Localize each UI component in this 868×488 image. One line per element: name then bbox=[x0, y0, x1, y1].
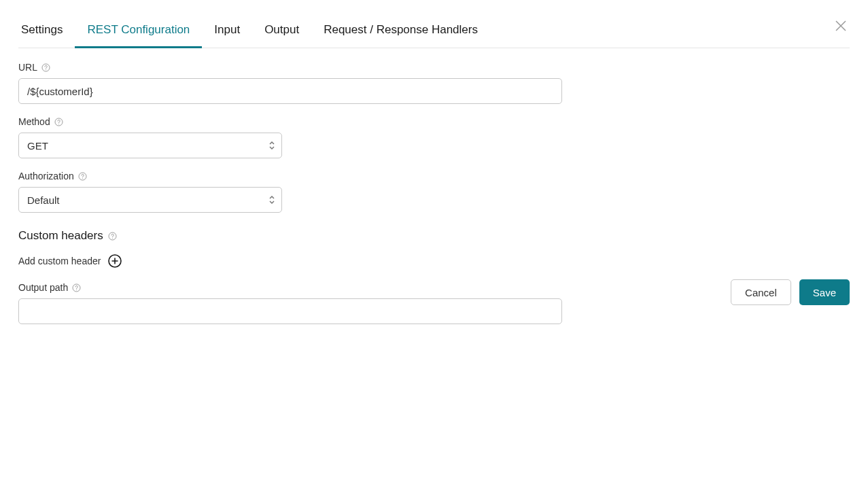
svg-point-7 bbox=[112, 238, 113, 239]
form-area: URL Method GET bbox=[18, 48, 850, 324]
method-field-group: Method GET bbox=[18, 116, 850, 158]
add-custom-header-label: Add custom header bbox=[18, 256, 101, 266]
help-icon[interactable] bbox=[108, 232, 117, 241]
output-path-input[interactable] bbox=[18, 298, 562, 324]
url-field-group: URL bbox=[18, 62, 850, 104]
tab-request-response-handlers[interactable]: Request / Response Handlers bbox=[311, 23, 490, 48]
authorization-field-group: Authorization Default bbox=[18, 171, 850, 213]
cancel-button[interactable]: Cancel bbox=[731, 279, 791, 305]
authorization-selected-value: Default bbox=[27, 194, 60, 206]
svg-point-1 bbox=[46, 69, 46, 70]
svg-point-10 bbox=[76, 290, 77, 290]
authorization-select[interactable]: Default bbox=[18, 187, 282, 213]
dialog-footer: Cancel Save bbox=[731, 279, 850, 305]
add-custom-header-button[interactable]: Add custom header bbox=[18, 254, 122, 268]
close-icon bbox=[835, 20, 847, 32]
authorization-label: Authorization bbox=[18, 171, 74, 181]
url-input[interactable] bbox=[18, 78, 562, 104]
rest-config-dialog: Settings REST Configuration Input Output… bbox=[0, 0, 868, 324]
tab-input[interactable]: Input bbox=[202, 23, 252, 48]
method-label: Method bbox=[18, 116, 50, 127]
plus-circle-icon bbox=[107, 254, 122, 268]
url-label: URL bbox=[18, 62, 37, 73]
updown-caret-icon bbox=[268, 141, 275, 150]
help-icon[interactable] bbox=[41, 63, 50, 72]
updown-caret-icon bbox=[268, 196, 275, 205]
tab-settings[interactable]: Settings bbox=[18, 23, 75, 48]
custom-headers-section: Custom headers bbox=[18, 229, 850, 243]
method-select[interactable]: GET bbox=[18, 133, 282, 158]
help-icon[interactable] bbox=[72, 283, 81, 292]
tab-rest-configuration[interactable]: REST Configuration bbox=[75, 23, 202, 48]
close-button[interactable] bbox=[834, 19, 848, 33]
help-icon[interactable] bbox=[78, 172, 87, 181]
svg-point-5 bbox=[82, 178, 83, 179]
tab-output[interactable]: Output bbox=[252, 23, 311, 48]
method-selected-value: GET bbox=[27, 140, 48, 152]
help-icon[interactable] bbox=[54, 118, 63, 126]
save-button[interactable]: Save bbox=[799, 279, 850, 305]
output-path-field-group: Output path bbox=[18, 282, 850, 324]
tab-bar: Settings REST Configuration Input Output… bbox=[18, 0, 850, 48]
custom-headers-title: Custom headers bbox=[18, 229, 103, 243]
output-path-label: Output path bbox=[18, 282, 68, 293]
svg-point-3 bbox=[58, 124, 59, 124]
